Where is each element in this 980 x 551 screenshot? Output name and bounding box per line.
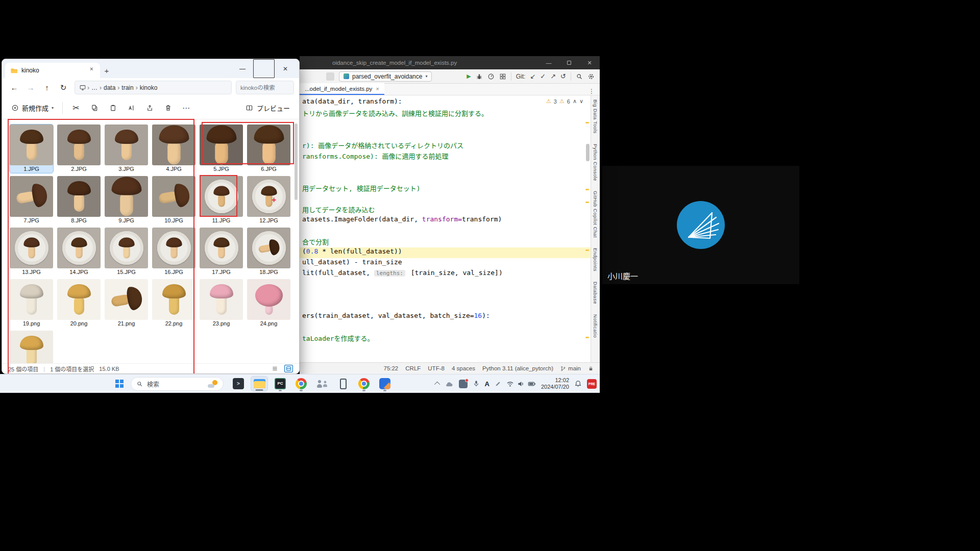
git-commit-button[interactable]: ✓ xyxy=(540,73,546,80)
history-button[interactable]: ↺ xyxy=(560,73,566,80)
file-thumbnail[interactable] xyxy=(200,124,243,165)
copy-button[interactable] xyxy=(86,100,103,116)
forward-button[interactable]: → xyxy=(23,81,38,94)
code-line[interactable]: lit(full_dataset, lengths: [train_size, … xyxy=(300,269,591,280)
start-button[interactable] xyxy=(113,378,126,390)
file-thumbnail[interactable] xyxy=(247,228,290,268)
file-thumbnail[interactable] xyxy=(152,176,195,217)
preview-toggle-button[interactable]: プレビュー xyxy=(241,103,294,113)
explorer-maximize-button[interactable] xyxy=(253,59,275,78)
breadcrumb-item[interactable]: train xyxy=(119,84,135,91)
file-thumbnail[interactable] xyxy=(10,279,53,320)
code-line[interactable]: atasets.ImageFolder(data_dir, transform=… xyxy=(300,215,591,226)
code-line[interactable]: taLoaderを作成する。 xyxy=(300,333,591,344)
tray-overflow-chevron-icon[interactable] xyxy=(434,382,439,387)
code-line[interactable]: r): 画像データが格納されているディレクトリのパス xyxy=(300,140,591,151)
file-item[interactable]: 25.png xyxy=(10,331,53,363)
back-button[interactable]: ← xyxy=(7,81,21,94)
paste-button[interactable] xyxy=(104,100,121,116)
settings-button[interactable] xyxy=(587,73,595,80)
project-widget-icon[interactable] xyxy=(326,72,334,81)
breadcrumb-item[interactable]: data xyxy=(102,84,117,91)
file-thumbnail[interactable] xyxy=(200,228,243,268)
run-button[interactable]: ▶ xyxy=(467,73,471,80)
prev-issue-chevron-icon[interactable]: ∧ xyxy=(573,98,577,105)
status-item[interactable]: 75:22 xyxy=(383,365,398,371)
new-item-button[interactable]: 新規作成 ▾ xyxy=(7,100,58,116)
file-thumbnail[interactable] xyxy=(57,124,101,165)
taskbar-app-pycharm[interactable]: PC xyxy=(272,376,289,391)
file-item[interactable]: 7.JPG xyxy=(10,176,53,224)
tool-window-button-endpoints[interactable]: Endpoints xyxy=(593,248,598,271)
tab-options-kebab-icon[interactable]: ⋮ xyxy=(583,88,600,95)
git-branch-widget[interactable]: main xyxy=(560,365,581,371)
explorer-tab[interactable]: kinoko × xyxy=(5,63,100,78)
up-button[interactable]: ↑ xyxy=(40,81,54,94)
file-thumbnail[interactable] xyxy=(10,176,53,217)
editor-scrollbar[interactable] xyxy=(586,144,590,161)
file-item[interactable]: +12.JPG xyxy=(247,176,290,224)
more-options-button[interactable]: ⋯ xyxy=(178,100,195,116)
code-line[interactable]: 用データセット, 検証用データセット) xyxy=(300,183,591,194)
code-line[interactable] xyxy=(300,194,591,205)
file-thumbnail[interactable] xyxy=(57,228,101,268)
code-line[interactable]: ull_dataset) - train_size xyxy=(300,258,591,269)
explorer-scrollbar[interactable] xyxy=(295,123,298,200)
pycharm-titlebar[interactable]: oidance_skip_create_model_if_model_exist… xyxy=(300,56,600,69)
code-line[interactable]: 合で分割 xyxy=(300,237,591,247)
file-item[interactable]: 20.png xyxy=(57,279,101,328)
file-thumbnail[interactable] xyxy=(152,124,195,165)
status-item[interactable]: 4 spaces xyxy=(452,365,475,371)
breadcrumb-item[interactable]: kinoko xyxy=(138,84,160,91)
rename-button[interactable] xyxy=(122,100,140,116)
code-line[interactable]: ransforms.Compose): 画像に適用する前処理 xyxy=(300,151,591,162)
file-item[interactable]: 23.png xyxy=(200,279,243,328)
file-item[interactable]: 6.JPG xyxy=(247,124,290,173)
file-thumbnail[interactable] xyxy=(152,228,195,268)
editor-tab[interactable]: ...odel_if_model_exists.py × xyxy=(300,83,384,95)
taskbar-app-chrome[interactable] xyxy=(292,376,310,391)
code-line[interactable]: (0.8 * len(full_dataset)) xyxy=(300,247,591,258)
file-thumbnail[interactable] xyxy=(105,176,148,217)
cut-button[interactable]: ✂ xyxy=(67,100,85,116)
tab-close-icon[interactable]: × xyxy=(88,65,95,76)
file-item[interactable]: 3.JPG xyxy=(105,124,148,173)
tool-window-button-python-console[interactable]: Python Console xyxy=(593,144,598,181)
onedrive-icon[interactable] xyxy=(445,381,454,387)
file-item[interactable]: 24.png xyxy=(247,279,290,328)
taskbar-app-phone-link[interactable] xyxy=(334,376,352,391)
file-item[interactable]: 21.png xyxy=(105,279,148,328)
status-item[interactable]: CRLF xyxy=(405,365,421,371)
code-editor[interactable]: ata(data_dir, transform):トリから画像データを読み込み、… xyxy=(300,95,591,362)
taskbar-app-file-explorer[interactable] xyxy=(251,376,268,391)
weather-icon[interactable] xyxy=(208,380,218,388)
file-thumbnail[interactable] xyxy=(10,124,53,165)
explorer-close-button[interactable]: ✕ xyxy=(275,59,296,78)
status-item[interactable]: Python 3.11 (alice_pytorch) xyxy=(482,365,553,371)
file-thumbnail[interactable] xyxy=(105,279,148,320)
file-thumbnail[interactable]: + xyxy=(247,176,290,217)
file-item[interactable]: 11.JPG xyxy=(200,176,243,224)
status-item[interactable]: UTF-8 xyxy=(428,365,445,371)
tool-window-button-notificatio[interactable]: Notificatio xyxy=(593,314,598,338)
file-item[interactable]: 2.JPG xyxy=(57,124,101,173)
taskbar-app-terminal[interactable]: > xyxy=(230,376,247,391)
file-item[interactable]: 18.JPG xyxy=(247,228,290,276)
pen-icon[interactable] xyxy=(495,381,501,387)
file-item[interactable]: 4.JPG xyxy=(152,124,195,173)
file-item[interactable]: 14.JPG xyxy=(57,228,101,276)
debug-button[interactable] xyxy=(476,73,483,80)
participant-video-tile[interactable]: 小川慶一 xyxy=(602,166,799,284)
file-list-area[interactable]: 1.JPG2.JPG3.JPG4.JPG5.JPG6.JPG7.JPG8.JPG… xyxy=(2,119,299,363)
explorer-titlebar[interactable]: kinoko × + — ✕ xyxy=(2,59,299,78)
quick-settings-group[interactable] xyxy=(506,381,536,387)
file-item[interactable]: 17.JPG xyxy=(200,228,243,276)
file-item[interactable]: 8.JPG xyxy=(57,176,101,224)
code-line[interactable] xyxy=(300,162,591,172)
taskbar-app-people[interactable] xyxy=(313,376,331,391)
git-update-button[interactable]: ↙ xyxy=(530,73,535,80)
file-item[interactable]: 16.JPG xyxy=(152,228,195,276)
microphone-icon[interactable] xyxy=(473,380,480,387)
more-tools-button[interactable] xyxy=(499,73,506,80)
code-line[interactable] xyxy=(300,119,591,130)
